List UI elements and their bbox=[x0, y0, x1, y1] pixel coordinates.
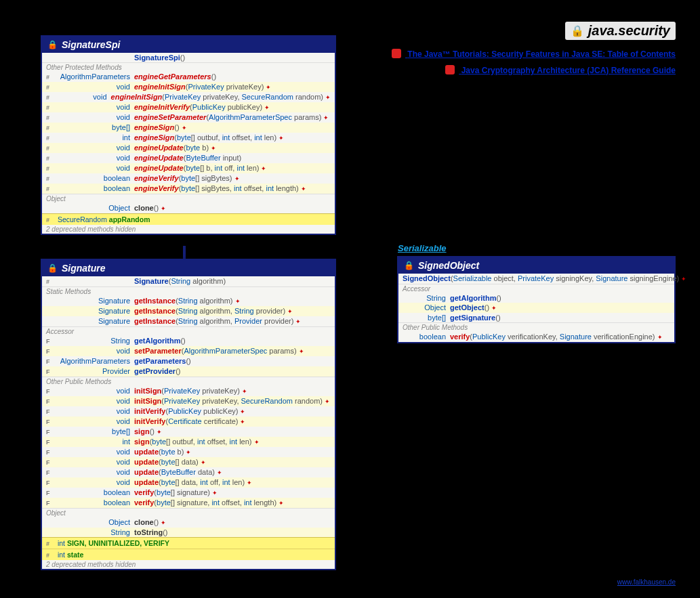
method-row: #voidengineUpdate(ByteBuffer input) bbox=[42, 153, 335, 163]
package-title: 🔒 java.security bbox=[565, 22, 676, 40]
method-row: FvoidsetParameter(AlgorithmParameterSpec… bbox=[42, 346, 335, 356]
method-row: ObjectgetObject()✦ bbox=[398, 303, 674, 313]
oracle-bullet-icon bbox=[392, 49, 401, 58]
method-row: Fbooleanverify(byte[] signature, int off… bbox=[42, 498, 335, 508]
method-row: Fbyte[]sign()✦ bbox=[42, 427, 335, 437]
method-row: FProvidergetProvider() bbox=[42, 366, 335, 377]
link-jca[interactable]: Java Cryptography Architecture (JCA) Ref… bbox=[445, 65, 676, 75]
method-row: #voidengineInitSign(PrivateKey privateKe… bbox=[42, 82, 335, 92]
method-row: booleanverify(PublicKey verificationKey,… bbox=[398, 332, 674, 342]
constructor-row: SignedObject (Serializable object, Priva… bbox=[398, 274, 674, 284]
constructor-row: # Signature (String algorithm) bbox=[42, 276, 335, 286]
interface-serializable[interactable]: Serializable bbox=[398, 243, 447, 253]
class-signature: 🔒 Signature # Signature (String algorith… bbox=[41, 259, 336, 570]
section-other-public: Other Public Methods bbox=[42, 377, 335, 386]
method-row: Objectclone()✦ bbox=[42, 517, 335, 528]
class-header-signature[interactable]: 🔒 Signature bbox=[42, 260, 335, 276]
method-row: SignaturegetInstance(String algorithm)✦ bbox=[42, 296, 335, 306]
method-row: #voidengineUpdate(byte[] b, int off, int… bbox=[42, 163, 335, 173]
method-row: Fvoidupdate(byte[] data, int off, int le… bbox=[42, 477, 335, 488]
constructor-row: SignatureSpi () bbox=[42, 53, 335, 62]
class-signed-object: 🔒 SignedObject SignedObject (Serializabl… bbox=[397, 256, 676, 343]
oracle-bullet-icon bbox=[445, 65, 455, 74]
lock-icon: 🔒 bbox=[404, 261, 414, 270]
lock-icon: 🔒 bbox=[47, 40, 58, 49]
class-signature-spi: 🔒 SignatureSpi SignatureSpi () Other Pro… bbox=[41, 35, 336, 235]
method-row: Fintsign(byte[] outbuf, int offset, int … bbox=[42, 437, 335, 447]
section-accessor: Accessor bbox=[42, 326, 335, 336]
method-row: #voidengineSetParameter(AlgorithmParamet… bbox=[42, 112, 335, 123]
package-name: java.security bbox=[588, 23, 670, 38]
method-row: FvoidinitSign(PrivateKey privateKey, Sec… bbox=[42, 396, 335, 406]
section-other-public: Other Public Methods bbox=[398, 322, 674, 332]
method-row: #byte[]engineSign()✦ bbox=[42, 123, 335, 133]
state-band: # int state bbox=[42, 549, 335, 560]
method-row: #booleanengineVerify(byte[] sigBytes)✦ bbox=[42, 173, 335, 184]
method-row: #AlgorithmParametersengineGetParameters(… bbox=[42, 72, 335, 82]
method-row: #booleanengineVerify(byte[] sigBytes, in… bbox=[42, 184, 335, 194]
method-row: FvoidinitVerify(PublicKey publicKey)✦ bbox=[42, 406, 335, 417]
method-row: SignaturegetInstance(String algorithm, P… bbox=[42, 316, 335, 326]
method-row: #intengineSign(byte[] outbuf, int offset… bbox=[42, 133, 335, 143]
const-band: # int SIGN, UNINITIALIZED, VERIFY bbox=[42, 537, 335, 549]
field-band: # SecureRandom appRandom bbox=[42, 213, 335, 225]
inheritance-connector bbox=[183, 246, 186, 259]
method-row: FvoidinitSign(PrivateKey privateKey)✦ bbox=[42, 386, 335, 396]
method-row: FStringgetAlgorithm() bbox=[42, 336, 335, 346]
hidden-note: 2 deprecated methods hidden bbox=[42, 560, 335, 569]
method-row: SignaturegetInstance(String algorithm, S… bbox=[42, 306, 335, 316]
section-other-protected: Other Protected Methods bbox=[42, 62, 335, 72]
method-row: StringgetAlgorithm() bbox=[398, 293, 674, 303]
method-row: #voidengineInitVerify(PublicKey publicKe… bbox=[42, 102, 335, 112]
section-object: Object bbox=[42, 194, 335, 203]
footer-link[interactable]: www.falkhausen.de bbox=[617, 578, 676, 586]
method-row: Objectclone()✦ bbox=[42, 203, 335, 213]
method-row: #voidengineUpdate(byte b)✦ bbox=[42, 143, 335, 153]
method-row: StringtoString() bbox=[42, 528, 335, 537]
hidden-note: 2 deprecated methods hidden bbox=[42, 225, 335, 234]
section-accessor: Accessor bbox=[398, 284, 674, 293]
class-header-signed-object[interactable]: 🔒 SignedObject bbox=[398, 257, 674, 274]
method-row: #voidengineInitSign(PrivateKey privateKe… bbox=[42, 92, 335, 102]
lock-icon: 🔒 bbox=[571, 25, 584, 37]
lock-icon: 🔒 bbox=[47, 263, 58, 273]
section-object: Object bbox=[42, 508, 335, 517]
method-row: byte[]getSignature() bbox=[398, 313, 674, 322]
method-row: Fbooleanverify(byte[] signature)✦ bbox=[42, 488, 335, 498]
section-static: Static Methods bbox=[42, 286, 335, 296]
class-header-signature-spi[interactable]: 🔒 SignatureSpi bbox=[42, 37, 335, 53]
method-row: FvoidinitVerify(Certificate certificate)… bbox=[42, 417, 335, 427]
link-tutorials[interactable]: The Java™ Tutorials: Security Features i… bbox=[392, 49, 676, 59]
method-row: Fvoidupdate(ByteBuffer data)✦ bbox=[42, 467, 335, 477]
method-row: FAlgorithmParametersgetParameters() bbox=[42, 356, 335, 366]
method-row: Fvoidupdate(byte[] data)✦ bbox=[42, 457, 335, 467]
method-row: Fvoidupdate(byte b)✦ bbox=[42, 447, 335, 457]
